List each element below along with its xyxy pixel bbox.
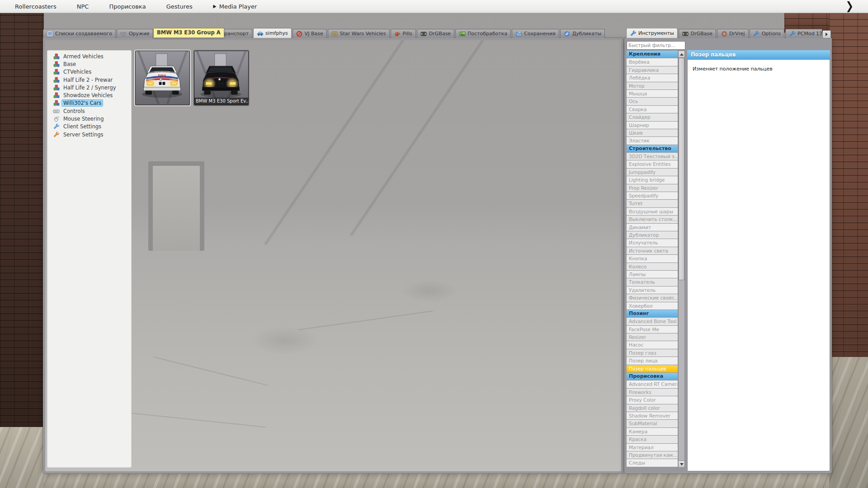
tool-item-динамит[interactable]: Динамит (627, 224, 678, 231)
tool-item-позер-глаз[interactable]: Позер глаз (627, 349, 678, 357)
tab-vj-base[interactable]: VJ Base (292, 29, 327, 38)
tool-item-дубликатор[interactable]: Дубликатор (627, 231, 678, 239)
spawn-icon-bmw-white[interactable]: FINA (135, 51, 190, 105)
tab-drgbase[interactable]: DrGBase (679, 29, 716, 38)
tab-label: Инструменты (638, 30, 674, 36)
tool-item-излучатель[interactable]: Излучатель (627, 239, 678, 246)
sidebar-item-base[interactable]: Base (49, 60, 130, 68)
tab-pcmod-13[interactable]: PCMod 13 (785, 29, 822, 38)
tool-item-слайдер[interactable]: Слайдер (627, 113, 678, 121)
tool-item-кнопка[interactable]: Кнопка (627, 255, 678, 262)
tab-drgbase[interactable]: DrGBase (417, 29, 454, 38)
tool-item-эластик[interactable]: Эластик (627, 137, 678, 144)
tool-item-ховербол[interactable]: Ховербол (627, 302, 678, 310)
tool-item-ragdoll-color[interactable]: Ragdoll color (627, 404, 678, 412)
tool-item-следы[interactable]: Следы (627, 459, 678, 466)
tool-item-turret[interactable]: Turret (627, 200, 678, 207)
sidebar-item-armed-vehicles[interactable]: Armed Vehicles (49, 52, 130, 60)
tool-item-позер-пальцев[interactable]: Позер пальцев (627, 365, 678, 372)
tool-list-scrollbar[interactable] (678, 51, 685, 468)
tab-pills[interactable]: Pills (391, 29, 416, 38)
pistol-icon (120, 31, 127, 37)
tool-item-гидравлика[interactable]: Гидравлика (627, 66, 678, 74)
tool-category-строительство[interactable]: Строительство (627, 145, 678, 152)
tool-item-лампы[interactable]: Лампы (627, 271, 678, 278)
tool-item-submaterial[interactable]: SubMaterial (627, 420, 678, 427)
menubar-item-media-player[interactable]: Media Player (213, 3, 257, 10)
tool-item-jumppadify[interactable]: Jumppadify (627, 169, 678, 176)
tool-item-сварка[interactable]: Сварка (627, 106, 678, 113)
tab-сохранения[interactable]: Сохранения (512, 29, 559, 38)
tool-item-выключить-столк[interactable]: Выключить столк... (627, 216, 678, 223)
tab-star-wars-vehicles[interactable]: Star Wars Vehicles (328, 29, 390, 38)
tab-drvrej[interactable]: DrVrej (717, 29, 749, 38)
tool-item-продвинутая-кам[interactable]: Продвинутая кам... (627, 451, 678, 459)
menubar-item-прорисовка[interactable]: Прорисовка (109, 3, 146, 10)
tool-item-насос[interactable]: Насос (627, 341, 678, 348)
sidebar-item-half-life-2-synergy[interactable]: Half Life 2 / Synergy (49, 84, 130, 91)
tool-item-shadow-remover[interactable]: Shadow Remover (627, 412, 678, 419)
sidebar-item-mouse-steering[interactable]: Mouse Steering (49, 115, 130, 122)
menubar-item-rollercoasters[interactable]: Rollercoasters (15, 3, 57, 10)
tool-item-краска[interactable]: Краска (627, 436, 678, 443)
tab-инструменты[interactable]: Инструменты (626, 28, 678, 38)
scrollbar-up-button[interactable] (679, 51, 684, 58)
sidebar-item-client-settings[interactable]: Client Settings (49, 123, 130, 131)
tool-item-ось[interactable]: Ось (627, 98, 678, 105)
tool-item-воздушные-шары[interactable]: Воздушные шары (627, 208, 678, 215)
tool-item-верёвка[interactable]: Верёвка (627, 58, 678, 66)
tool-item-proxy-color[interactable]: Proxy Color (627, 396, 678, 404)
tool-item-колесо[interactable]: Колесо (627, 263, 678, 270)
tool-item-facepose-me[interactable]: FacePose Me (627, 326, 678, 333)
tab-simfphys[interactable]: simfphys (253, 28, 292, 38)
tool-item-мышца[interactable]: Мышца (627, 90, 678, 97)
tool-item-prop-resizer[interactable]: Prop Resizer (627, 184, 678, 192)
tab-label: Постобработка (467, 31, 507, 37)
tool-item-3d2d-текстовый-э[interactable]: 3D2D Текстовый э... (627, 153, 678, 160)
sidebar-item-controls[interactable]: Controls (49, 107, 130, 115)
tab-scroll-right-button[interactable] (822, 30, 831, 38)
menubar-item-gestures[interactable]: Gestures (166, 3, 193, 10)
tool-filter-input[interactable] (627, 41, 685, 50)
tool-item-мотор[interactable]: Мотор (627, 82, 678, 89)
tool-item-fireworks[interactable]: Fireworks (627, 389, 678, 396)
tool-item-advanced-rt-camera[interactable]: Advanced RT Camera (627, 380, 678, 388)
tool-item-камера[interactable]: Камера (627, 428, 678, 435)
tool-item-физические-свойс[interactable]: Физические свойс... (627, 294, 678, 301)
spawn-menu-panel: Списки создаваемогоОружиеNPCCarsТранспор… (43, 28, 623, 474)
chevron-right-icon[interactable]: ❯ (845, 0, 854, 12)
sidebar-item-willi302-s-cars[interactable]: Willi302's Cars (49, 99, 130, 107)
tab-списки-создаваемого[interactable]: Списки создаваемого (43, 29, 116, 38)
tool-item-шкив[interactable]: Шкив (627, 129, 678, 136)
sidebar-item-half-life-2-prewar[interactable]: Half Life 2 - Prewar (49, 76, 130, 84)
tool-item-лебёдка[interactable]: Лебёдка (627, 74, 678, 81)
tool-item-толкатель[interactable]: Толкатель (627, 278, 678, 286)
tool-category-крепления[interactable]: Крепления (627, 51, 678, 58)
tab-дубликаты[interactable]: Дубликаты (560, 29, 605, 38)
tool-item-lighting-bridge[interactable]: Lighting bridge (627, 176, 678, 183)
spawn-icon-bmw-black[interactable]: BMW M3 E30 Sport Ev... (194, 51, 249, 105)
tool-category-позинг[interactable]: Позинг (627, 310, 678, 317)
tab-options[interactable]: Options (750, 29, 784, 38)
scrollbar-thumb[interactable] (679, 58, 684, 280)
tool-item-speedpadify[interactable]: Speedpadify (627, 192, 678, 199)
scrollbar-down-button[interactable] (679, 460, 684, 467)
tool-item-удалитель[interactable]: Удалитель (627, 286, 678, 294)
sidebar-item-showdoze-vehicles[interactable]: Showdoze Vehicles (49, 91, 130, 99)
tool-item-resizer[interactable]: Resizer (627, 333, 678, 341)
tool-item-шарнир[interactable]: Шарнир (627, 122, 678, 129)
tool-item-advanced-bone-tool[interactable]: Advanced Bone Tool (627, 318, 678, 325)
tab-постобработка[interactable]: Постобработка (455, 29, 511, 38)
brick-wall-left (0, 12, 44, 429)
concrete-floor-left (0, 427, 44, 488)
drvrej-icon (721, 31, 727, 37)
sidebar-item-ctvehicles[interactable]: CTVehicles (49, 68, 130, 76)
tool-item-позер-лица[interactable]: Позер лица (627, 357, 678, 364)
menubar-item-npc[interactable]: NPC (77, 3, 89, 10)
tool-item-explosive-entities[interactable]: Explosive Entities (627, 160, 678, 168)
sidebar-item-server-settings[interactable]: Server Settings (49, 131, 130, 138)
tool-category-прорисовка[interactable]: Прорисовка (627, 373, 678, 380)
tab-оружие[interactable]: Оружие (117, 29, 153, 38)
tool-item-источник-света[interactable]: Источник света (627, 247, 678, 254)
tool-item-материал[interactable]: Материал (627, 444, 678, 451)
